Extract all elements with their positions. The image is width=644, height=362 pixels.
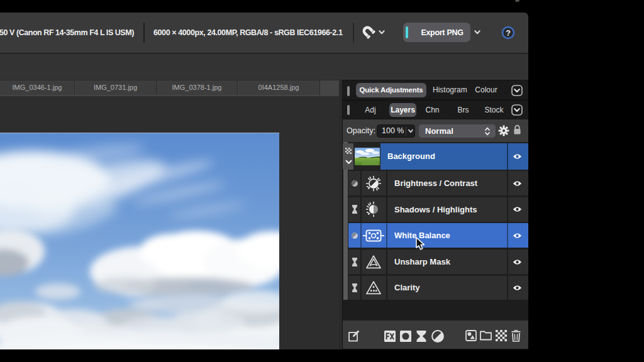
svg-text:?: ?	[506, 29, 511, 38]
